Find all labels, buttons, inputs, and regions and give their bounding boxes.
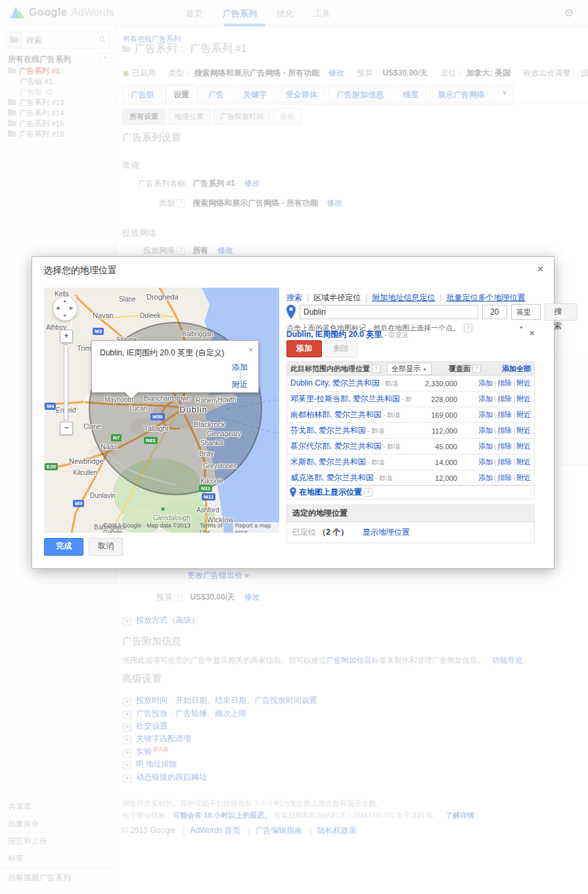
map-label: Raheny <box>196 397 218 404</box>
search-button[interactable]: 搜索 <box>545 303 577 321</box>
done-button[interactable]: 完成 <box>44 538 83 556</box>
zoom-out-button[interactable]: − <box>60 422 73 435</box>
tab-radius-targeting[interactable]: 区域半径定位 <box>313 293 361 302</box>
nearby-link[interactable]: 附近 <box>516 395 531 403</box>
location-search-input[interactable] <box>300 305 478 319</box>
cancel-button[interactable]: 取消 <box>89 538 123 556</box>
reach-value: 169,000 <box>411 411 457 419</box>
location-method-tabs: 搜索|区域半径定位|附加地址信息定位|批量定位多个地理位置 <box>286 292 525 303</box>
pan-left-icon[interactable]: ◀ <box>56 305 59 311</box>
table-header: 此目标范围内的地理位置 ? 全部显示▼ 覆盖面 ? 添加全部 <box>287 362 534 376</box>
targeted-label: 已定位 <box>292 527 316 537</box>
locations-in-range-table: 此目标范围内的地理位置 ? 全部显示▼ 覆盖面 ? 添加全部 Dublin Ci… <box>286 361 535 486</box>
road-badge: N11 <box>199 485 212 492</box>
radius-input[interactable] <box>482 305 507 319</box>
help-icon[interactable]: ? <box>364 488 373 497</box>
add-link[interactable]: 添加 <box>478 458 493 466</box>
map-pin-icon[interactable] <box>286 305 296 319</box>
map-label: Greystones <box>203 462 237 470</box>
exclude-link[interactable]: 排除 <box>497 395 512 403</box>
nearby-link[interactable]: 附近 <box>516 426 531 434</box>
map-attribution: ©2013 Google - Map data ©2013 Google Ter… <box>44 524 279 533</box>
location-link[interactable]: 芬戈郡, 爱尔兰共和国 <box>290 426 366 435</box>
add-link[interactable]: 添加 <box>478 426 493 434</box>
show-locations-link[interactable]: 显示地理位置 <box>363 527 410 537</box>
help-icon[interactable]: ? <box>372 365 380 373</box>
location-link[interactable]: 威克洛郡, 爱尔兰共和国 <box>290 473 374 482</box>
reach-value: 45,000 <box>411 443 457 451</box>
location-link[interactable]: 米斯郡, 爱尔兰共和国 <box>290 457 366 466</box>
exclude-link[interactable]: 排除 <box>497 379 512 387</box>
info-window-separator: | <box>239 371 241 379</box>
map-label: Dunlavin <box>90 492 116 499</box>
help-icon[interactable]: ? <box>472 365 481 373</box>
info-window-nearby-link[interactable]: 附近 <box>232 379 248 390</box>
map-label: Newbridge <box>69 457 104 465</box>
map-label: Tallaght <box>144 424 169 432</box>
map-label: Ashford <box>196 506 219 514</box>
dialog-close-icon[interactable]: × <box>537 263 543 275</box>
radius-search-row: 英里▼ 搜索 <box>286 303 577 321</box>
map-label: Howth <box>217 396 236 403</box>
help-icon[interactable]: ? <box>464 324 472 332</box>
terms-of-use-link[interactable]: Terms of Use <box>200 522 229 533</box>
map-canvas[interactable]: Kells Slane Drogheda Navan Duleek Athboy… <box>44 288 279 533</box>
map-info-window: Dublin, IE周围约 20.0 英里 (自定义) × 添加 | 附近 <box>91 340 259 393</box>
show-all-dropdown[interactable]: 全部显示▼ <box>387 363 432 375</box>
add-link[interactable]: 添加 <box>478 411 493 418</box>
nearby-link[interactable]: 附近 <box>516 458 531 466</box>
unit-dropdown[interactable]: 英里▼ <box>511 304 541 320</box>
report-map-error-link[interactable]: Report a map error <box>233 522 279 533</box>
add-all-link[interactable]: 添加全部 <box>502 364 531 374</box>
info-window-close-icon[interactable]: × <box>248 345 253 355</box>
nearby-link[interactable]: 附近 <box>516 442 531 450</box>
location-link[interactable]: 邓莱里-拉斯当郡, 爱尔兰共和国 <box>290 394 400 403</box>
road-badge: M3 <box>93 328 104 335</box>
map-label: Kilcoole <box>200 478 223 485</box>
pan-right-icon[interactable]: ▶ <box>70 305 73 311</box>
zoom-slider[interactable] <box>64 344 68 420</box>
map-copyright: ©2013 Google - Map data ©2013 Google <box>103 522 194 533</box>
nearby-link[interactable]: 附近 <box>516 411 531 418</box>
tab-search[interactable]: 搜索 <box>286 293 302 302</box>
exclude-link[interactable]: 排除 <box>497 458 512 466</box>
map-label: Blanchardstown <box>144 395 191 402</box>
result-close-icon[interactable]: × <box>529 327 535 338</box>
table-row: Dublin City, 爱尔兰共和国- 郡/县 2,330,000 添加|排除… <box>287 376 534 391</box>
chevron-down-icon: ▼ <box>519 325 524 330</box>
exclude-link[interactable]: 排除 <box>497 426 512 434</box>
map-label: Glendalough <box>153 514 191 522</box>
pan-down-icon[interactable]: ▼ <box>62 313 67 318</box>
zoom-in-button[interactable]: + <box>60 330 73 343</box>
tab-bulk-locations[interactable]: 批量定位多个地理位置 <box>446 293 525 302</box>
exclude-link[interactable]: 排除 <box>497 442 512 450</box>
map-label-dublin: Dublin <box>179 405 208 414</box>
location-link[interactable]: 基尔代尔郡, 爱尔兰共和国 <box>290 441 382 451</box>
table-row: 南都柏林郡, 爱尔兰共和国- 郡/县 169,000 添加|排除|附近 <box>287 407 534 423</box>
exclude-link[interactable]: 排除 <box>497 474 512 481</box>
nearby-link[interactable]: 附近 <box>516 379 531 387</box>
location-link[interactable]: Dublin City, 爱尔兰共和国 <box>290 378 380 388</box>
map-label: Glenageary <box>207 430 241 437</box>
add-link[interactable]: 添加 <box>478 442 493 450</box>
map-label: Balbriggan <box>182 330 214 338</box>
show-on-map-link[interactable]: 在地图上显示位置 <box>299 487 362 498</box>
selected-locations-row: 已定位 （2 个） 显示地理位置 <box>287 522 534 543</box>
location-picker-dialog: 选择您的地理位置 × <box>32 256 554 569</box>
add-link[interactable]: 添加 <box>478 474 493 481</box>
remove-location-button[interactable]: 删除 <box>325 340 357 357</box>
add-link[interactable]: 添加 <box>478 395 493 403</box>
location-link[interactable]: 南都柏林郡, 爱尔兰共和国 <box>290 410 382 419</box>
reach-value: 14,000 <box>411 458 457 466</box>
exclude-link[interactable]: 排除 <box>497 411 512 418</box>
add-link[interactable]: 添加 <box>478 379 493 387</box>
map-label: Naas <box>101 443 118 451</box>
show-on-map-row: 在地图上显示位置 ? <box>286 485 535 499</box>
add-location-button[interactable]: 添加 <box>286 340 322 357</box>
col-locations-header: 此目标范围内的地理位置 <box>290 364 370 374</box>
tab-location-extension[interactable]: 附加地址信息定位 <box>372 293 435 302</box>
map-pan-control[interactable]: ▲ ▼ ◀ ▶ <box>53 297 77 321</box>
map-pin-icon <box>290 487 296 497</box>
pan-up-icon[interactable]: ▲ <box>62 298 67 303</box>
nearby-link[interactable]: 附近 <box>516 474 531 481</box>
